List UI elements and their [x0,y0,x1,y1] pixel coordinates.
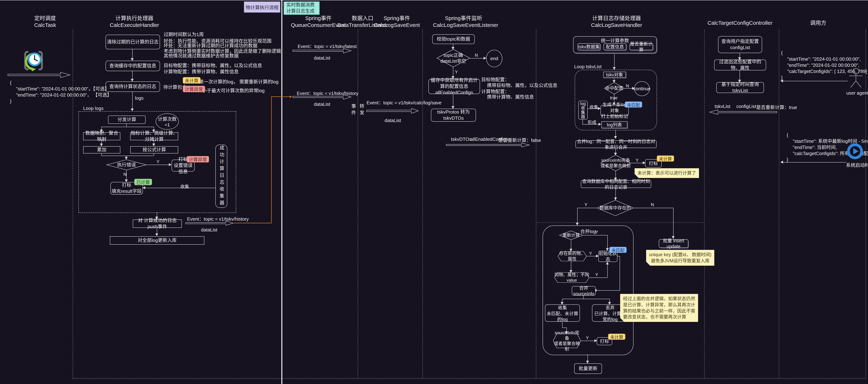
lane-title-en: CalcExecuteHandler [100,22,169,29]
push-event-payload-label: dataList [201,227,217,233]
json-line: "startTime": "2024-01-01 00:00:00", [781,57,867,62]
node-label: 查询缓存中的配置信息 [109,63,156,69]
lane-title-cn: 调用方 [804,20,833,26]
collector-vertical-label: 成功计算日志收集器 [218,145,224,207]
badge-label: 计算异常 [185,86,203,92]
merge-sourceinfo-box: 合并 sourceInfo [572,286,596,296]
controller-ret-recalc-true: 是否重新计算：true [756,104,797,110]
node-label: 基于指定时间查询 tskvList [717,82,764,94]
node-label: 查询用户指定配置 [721,38,759,45]
node-label: 丢弃 [606,305,615,311]
clean-expired-logs-box: 清除过期的已计算的日志 [105,35,160,49]
log-collector-box: log 收 集 器 [578,101,588,119]
node-label: 批量更新 [579,365,597,372]
json-line: } [10,99,112,104]
sourceinfo-yes-label: Y [636,158,639,163]
bottom-dotted-line [73,378,866,379]
status-badge-calc-error: 计算异常 [187,156,209,163]
json-line: { [787,133,868,138]
sourceinfo2-yes-label: Y [586,335,589,341]
node-label: 未匹配、未计算的log [545,311,580,322]
node-label: 按公式计算 [143,147,166,153]
node-label: 收集 [558,305,567,311]
transfer-forward-label-1: 事件 [350,104,356,117]
diamond-label: 重新计算 [562,233,580,238]
hexagon-label: 同物、属性；不同value [554,272,589,283]
controller-ret-configlist: configList [736,104,756,109]
sticky-text: 算的结果也必与之前一样，因此不需 [623,308,695,314]
chip-label: tskv数据集 [578,44,599,50]
target-config-note-2: 携带目标物、属性，以及公式信息 [487,82,557,88]
collect-arrow-label: 收集 [180,183,189,189]
chip-label: 是否重新计算 [630,41,653,53]
lane-title-en: CalcLogSaveEventListener [433,22,494,29]
unique-key-sticky-note: unique key (配置id， 数据时间) 避免多JVM运行导致重复入库 [646,250,714,266]
node-label: log列表 [607,122,622,128]
topic-valid-diamond: topic正确dataList非空 [436,49,470,67]
new-thing-yes-label: Y [589,251,592,256]
topic-valid-yes-label: Y [455,69,458,75]
json-line: { [10,80,112,85]
success-log-collector: 成功计算日志收集器 [215,145,227,208]
config-note-line1: 目标物配置：携带目标物、属性，以及公式信息 [164,62,262,68]
node-label: tskv对象 [606,72,623,78]
legend-exec-flow: 物计算执行流程 [244,1,280,12]
validate-topic-box: 校验topic和数据 [432,34,475,44]
merge-log-container-label: 合并log [543,228,633,234]
exec-error-yes-label: Y [157,159,159,164]
queue-history-topic-label: Event：topic = v1/tskv/history [297,90,359,96]
savelog-topic-label: Event：topic = v1/tskv/calc/log/save [367,99,441,106]
node-label: configList [730,45,750,51]
calctask-trigger-arrow [7,72,71,78]
lane-title-cn: 计算执行处理器 [100,15,169,22]
accumulate-box: 累加 [83,146,120,153]
json-line: "endTime": "2024-01-02 00:00:00", [781,63,867,68]
lifeline-right-edge [866,29,866,378]
savelog-block-arrow [366,108,419,114]
queue-latest-payload-label: dataList [314,55,330,61]
sticky-text: 未计算：表示可以进行计算了 [638,170,696,176]
recalc-diamond: 重新计算 [559,231,583,240]
badge-label: 已计算 [136,179,150,185]
lane-title-cn: 定时调度 [22,15,68,22]
diamond-label: topic正确dataList非空 [440,52,466,64]
param-chip-config: 配置信息 [603,43,626,50]
node-label: 合并log：同一配置、同一时刻的日志对象进行合并 [576,139,656,150]
node-label: 设置错误信息 [172,163,194,175]
legend-exec-flow-label: 物计算执行流程 [246,4,279,10]
exists-in-db-diamond: 数据库中存在的 [597,200,634,216]
fetch-enabled-configs-box: 缓存中获取所有开启计算的配置信息 allEnabledConfigs [428,79,480,94]
status-badge-calc-error: 计算异常 [183,86,205,92]
calc-config-note-2: 携带计算物、属性信息 [487,93,534,100]
badge-label: 未匹配 [627,101,640,108]
param-chip-tskv: tskv数据集 [578,43,600,50]
lane-header-handler: 计算日志存储处理器 CalcLogSaveHandler [586,15,647,29]
listener-block-arrow [445,143,530,147]
node-label: 校验topic和数据 [437,36,470,42]
query-cached-config-box: 查询缓存中的配置信息 [105,61,160,71]
lane-header-listener: Spring事件监听 CalcLogSaveEventListener [433,15,494,29]
push-event-box: 对 计算成功的日志 push事件 [133,219,182,228]
calc-count-circle: 计算次数 +1 [156,113,179,129]
loop-tskvlist-label: Loop tskvList [574,64,601,69]
new-thing-hexagon: 存在新的物、属性 [558,251,587,261]
status-badge-unmatched: 未匹配 [609,247,627,253]
sourceinfo-complete-hexagon: sourceInfo完备或者是聚合映射 [553,334,581,348]
lifeline-caller [779,29,779,378]
queue-latest-topic-label: Event：topic = v1/tskv/latest [298,42,356,49]
listener-msg-recalc-false: 是否重新计算：false [498,137,541,143]
badge-label: 未计算 [659,155,672,162]
lane-title-en: CalcLogSaveEvent [372,22,422,29]
controller-ret-tskvlist: tskvList [715,104,731,109]
logs-arrow-label: logs [135,95,144,101]
hit-config-no-label: N [626,83,629,88]
badge-label: 未计算 [185,77,198,84]
lane-header-calctask: 定时调度 CalcTask [22,15,68,29]
section-divider [281,0,282,384]
node-label: 合并 sourceInfo [572,285,595,297]
query-db-logs-box: 查询数据库中相同配置、相同时刻的日志记录 [581,180,651,188]
json-line: "startTime": "2024-01-01 00:00:00"，【可选】 [10,87,112,91]
chip-label: 配置信息 [606,44,624,50]
node-label: continue [633,86,651,91]
legend-consume-line2: 计算日志生成 [286,8,315,14]
